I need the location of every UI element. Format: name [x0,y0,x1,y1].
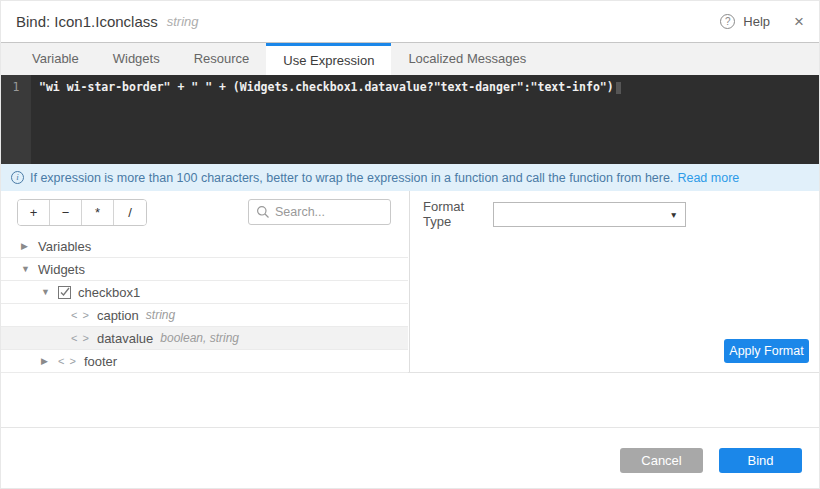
property-icon: < > [58,355,77,367]
help-icon[interactable]: ? [720,14,735,29]
tab-use-expression[interactable]: Use Expression [266,43,391,75]
text-cursor [616,82,621,94]
tree-item-type: string [146,308,175,322]
read-more-link[interactable]: Read more [677,171,739,185]
tree-item-label: footer [84,354,117,369]
tree-item-type: boolean, string [160,331,239,345]
help-link[interactable]: Help [743,14,770,29]
tab-bar: Variable Widgets Resource Use Expression… [1,43,819,75]
dialog-header: Bind: Icon1.Iconclass string ? Help × [1,1,819,43]
tree-item-label: checkbox1 [78,285,140,300]
tree-item-widgets[interactable]: ▼ Widgets [1,258,408,281]
chevron-down-icon[interactable]: ▼ [41,287,58,297]
search-icon [256,205,270,219]
tree-item-checkbox1[interactable]: ▼ checkbox1 [1,281,408,304]
format-type-label: Format Type [423,199,493,229]
tree-item-label: caption [97,308,139,323]
tree-pane: + − * / ▶ Variables ▼ Widgets [1,191,410,372]
info-icon: i [11,171,24,184]
divide-operator-button[interactable]: / [114,200,146,225]
tree-item-datavalue[interactable]: < > datavalue boolean, string [1,327,408,350]
tree-item-label: datavalue [97,331,153,346]
tab-widgets[interactable]: Widgets [96,43,177,75]
editor-gutter: 1 [1,75,31,164]
close-icon[interactable]: × [794,13,804,30]
search-box [248,199,391,225]
tab-variable[interactable]: Variable [15,43,96,75]
info-banner: i If expression is more than 100 charact… [1,164,819,191]
chevron-right-icon[interactable]: ▶ [21,241,38,251]
format-pane: Format Type ▼ Apply Format [411,191,819,372]
bind-type-label: string [167,14,199,29]
property-icon: < > [71,332,90,344]
tree-item-variables[interactable]: ▶ Variables [1,235,408,258]
minus-operator-button[interactable]: − [50,200,82,225]
cancel-button[interactable]: Cancel [620,448,703,473]
expression-text: "wi wi-star-border" + " " + (Widgets.che… [39,80,614,94]
bind-button[interactable]: Bind [719,448,802,473]
property-icon: < > [71,309,90,321]
chevron-down-icon[interactable]: ▼ [21,264,38,274]
info-message: If expression is more than 100 character… [30,171,673,185]
apply-format-button[interactable]: Apply Format [724,339,809,363]
format-type-select[interactable]: ▼ [493,202,686,227]
bind-workspace: + − * / ▶ Variables ▼ Widgets [1,191,819,373]
multiply-operator-button[interactable]: * [82,200,114,225]
plus-operator-button[interactable]: + [18,200,50,225]
editor-code-line[interactable]: "wi wi-star-border" + " " + (Widgets.che… [31,75,819,164]
empty-area [1,373,819,428]
dialog-title: Bind: Icon1.Iconclass [16,13,158,30]
bind-dialog: Bind: Icon1.Iconclass string ? Help × Va… [0,0,820,489]
expression-editor[interactable]: 1 "wi wi-star-border" + " " + (Widgets.c… [1,75,819,164]
tab-localized-messages[interactable]: Localized Messages [391,43,543,75]
tree-item-label: Widgets [38,262,85,277]
dialog-footer: Cancel Bind [1,428,819,489]
tree-item-label: Variables [38,239,91,254]
operator-toolbar: + − * / [17,199,147,226]
tree-item-footer[interactable]: ▶ < > footer [1,350,408,373]
binding-tree: ▶ Variables ▼ Widgets ▼ checkbox1 [1,235,408,373]
dropdown-arrow-icon: ▼ [670,210,678,220]
tab-resource[interactable]: Resource [177,43,267,75]
checkbox-icon [58,286,71,299]
tree-item-caption[interactable]: < > caption string [1,304,408,327]
line-number: 1 [1,80,31,94]
chevron-right-icon[interactable]: ▶ [41,356,58,366]
